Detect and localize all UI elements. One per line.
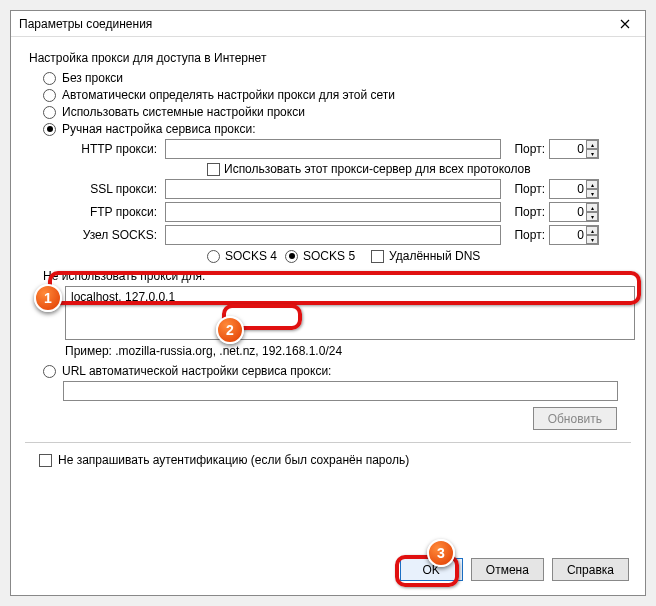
radio-label: Ручная настройка сервиса прокси: xyxy=(62,122,255,136)
radio-icon xyxy=(43,89,56,102)
port-spinner[interactable]: ▴▾ xyxy=(586,203,598,221)
divider xyxy=(25,442,631,443)
radio-system-proxy[interactable]: Использовать системные настройки прокси xyxy=(43,105,631,119)
auth-check-row[interactable]: Не запрашивать аутентификацию (если был … xyxy=(39,453,631,467)
radio-icon xyxy=(43,72,56,85)
radio-socks5[interactable]: SOCKS 5 xyxy=(285,249,355,263)
socks-proxy-row: Узел SOCKS: Порт: ▴▾ xyxy=(67,225,631,245)
auto-url-row xyxy=(63,381,631,401)
ssl-label: SSL прокси: xyxy=(67,182,161,196)
remote-dns-label: Удалённый DNS xyxy=(389,249,480,263)
auth-label: Не запрашивать аутентификацию (если был … xyxy=(58,453,409,467)
port-spinner[interactable]: ▴▾ xyxy=(586,226,598,244)
window-title: Параметры соединения xyxy=(19,17,152,31)
radio-label: Автоматически определять настройки прокс… xyxy=(62,88,395,102)
no-proxy-for-label: Не использовать прокси для: xyxy=(43,269,631,283)
auto-url-label: URL автоматической настройки сервиса про… xyxy=(62,364,331,378)
port-label: Порт: xyxy=(505,182,545,196)
radio-icon xyxy=(43,123,56,136)
section-title: Настройка прокси для доступа в Интернет xyxy=(29,51,631,65)
checkbox-icon xyxy=(371,250,384,263)
ssl-proxy-row: SSL прокси: Порт: ▴▾ xyxy=(67,179,631,199)
radio-icon xyxy=(43,106,56,119)
example-text: Пример: .mozilla-russia.org, .net.nz, 19… xyxy=(65,344,631,358)
close-icon xyxy=(620,19,630,29)
checkbox-icon xyxy=(207,163,220,176)
port-label: Порт: xyxy=(505,228,545,242)
refresh-button: Обновить xyxy=(533,407,617,430)
close-button[interactable] xyxy=(605,11,645,37)
titlebar: Параметры соединения xyxy=(11,11,645,37)
ftp-label: FTP прокси: xyxy=(67,205,161,219)
port-label: Порт: xyxy=(505,205,545,219)
use-for-all-row[interactable]: Использовать этот прокси-сервер для всех… xyxy=(207,162,631,176)
port-spinner[interactable]: ▴▾ xyxy=(586,140,598,158)
radio-no-proxy[interactable]: Без прокси xyxy=(43,71,631,85)
radio-manual-proxy[interactable]: Ручная настройка сервиса прокси: xyxy=(43,122,631,136)
no-proxy-value: localhost, 127.0.0.1 xyxy=(71,290,175,304)
http-proxy-row: HTTP прокси: Порт: ▴▾ xyxy=(67,139,631,159)
callout-2: 2 xyxy=(216,316,244,344)
no-proxy-textarea[interactable]: localhost, 127.0.0.1 xyxy=(65,286,635,340)
radio-icon xyxy=(43,365,56,378)
cancel-button[interactable]: Отмена xyxy=(471,558,544,581)
auto-url-input xyxy=(63,381,618,401)
socks5-label: SOCKS 5 xyxy=(303,249,355,263)
socks-proxy-input[interactable] xyxy=(165,225,501,245)
checkbox-icon xyxy=(39,454,52,467)
callout-3: 3 xyxy=(427,539,455,567)
radio-icon xyxy=(285,250,298,263)
radio-auto-detect[interactable]: Автоматически определять настройки прокс… xyxy=(43,88,631,102)
socks-label: Узел SOCKS: xyxy=(67,228,161,242)
ftp-proxy-row: FTP прокси: Порт: ▴▾ xyxy=(67,202,631,222)
http-label: HTTP прокси: xyxy=(67,142,161,156)
radio-socks4[interactable]: SOCKS 4 xyxy=(207,249,277,263)
ssl-proxy-input[interactable] xyxy=(165,179,501,199)
radio-auto-url[interactable]: URL автоматической настройки сервиса про… xyxy=(43,364,631,378)
connection-settings-window: Параметры соединения Настройка прокси дл… xyxy=(10,10,646,596)
help-button[interactable]: Справка xyxy=(552,558,629,581)
ftp-proxy-input[interactable] xyxy=(165,202,501,222)
use-for-all-label: Использовать этот прокси-сервер для всех… xyxy=(224,162,531,176)
remote-dns-check[interactable]: Удалённый DNS xyxy=(371,249,480,263)
radio-icon xyxy=(207,250,220,263)
http-proxy-input[interactable] xyxy=(165,139,501,159)
radio-label: Использовать системные настройки прокси xyxy=(62,105,305,119)
port-spinner[interactable]: ▴▾ xyxy=(586,180,598,198)
callout-1: 1 xyxy=(34,284,62,312)
port-label: Порт: xyxy=(505,142,545,156)
socks-version-row: SOCKS 4 SOCKS 5 Удалённый DNS xyxy=(207,249,631,263)
socks4-label: SOCKS 4 xyxy=(225,249,277,263)
radio-label: Без прокси xyxy=(62,71,123,85)
